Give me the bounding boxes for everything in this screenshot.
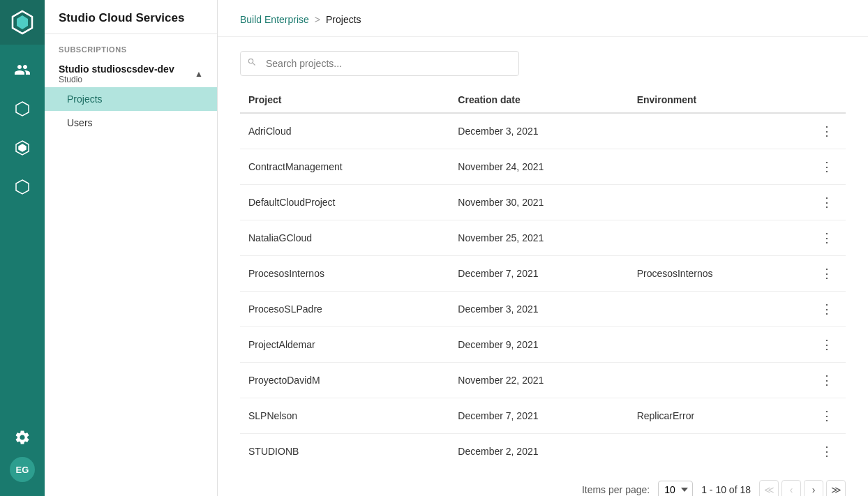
- table-row: STUDIONB December 2, 2021 ⋮: [240, 434, 846, 469]
- next-page-button[interactable]: ›: [804, 480, 823, 496]
- main-content: Build Enterprise > Projects Project Crea…: [218, 0, 868, 496]
- sidebar-item-projects[interactable]: Projects: [45, 87, 217, 111]
- subscription-info: Studio studioscsdev-dev Studio: [59, 63, 174, 84]
- cell-date: November 25, 2021: [449, 220, 628, 256]
- cell-env: ProcesosInternos: [629, 256, 808, 292]
- table-row: ProcesoSLPadre December 3, 2021 ⋮: [240, 292, 846, 327]
- svg-marker-6: [16, 180, 29, 194]
- cell-actions: ⋮: [808, 256, 846, 292]
- cell-actions: ⋮: [808, 327, 846, 363]
- subscription-name: Studio studioscsdev-dev: [59, 63, 174, 75]
- items-per-page-select[interactable]: 10 25 50: [658, 481, 693, 496]
- settings-icon: [14, 429, 31, 446]
- icon-nav-items: [0, 45, 45, 418]
- cell-project: SLPNelson: [240, 398, 449, 434]
- content-area: Project Creation date Environment AdriCl…: [218, 37, 868, 496]
- cell-date: December 3, 2021: [449, 292, 628, 327]
- pagination-range: 1 - 10 of 18: [701, 484, 751, 495]
- hexagon1-icon: [14, 100, 31, 117]
- col-header-env: Environment: [629, 87, 808, 113]
- cell-env: [629, 363, 808, 398]
- cell-date: December 3, 2021: [449, 113, 628, 149]
- breadcrumb-parent[interactable]: Build Enterprise: [240, 14, 309, 25]
- cell-env: [629, 292, 808, 327]
- table-row: ProyectoDavidM November 22, 2021 ⋮: [240, 363, 846, 398]
- hexagon2-btn[interactable]: [0, 128, 45, 167]
- nav-menu: Projects Users: [45, 87, 217, 135]
- cell-date: December 7, 2021: [449, 256, 628, 292]
- cell-env: [629, 434, 808, 469]
- cell-actions: ⋮: [808, 363, 846, 398]
- cell-env: [629, 327, 808, 363]
- app-title: Studio Cloud Services: [45, 0, 217, 34]
- row-more-button[interactable]: ⋮: [816, 230, 837, 246]
- cell-actions: ⋮: [808, 185, 846, 220]
- cell-actions: ⋮: [808, 292, 846, 327]
- cell-actions: ⋮: [808, 113, 846, 149]
- prev-page-button[interactable]: ‹: [781, 480, 801, 496]
- hexagon3-btn[interactable]: [0, 167, 45, 206]
- cell-actions: ⋮: [808, 220, 846, 256]
- cell-actions: ⋮: [808, 434, 846, 469]
- table-row: ProjectAldemar December 9, 2021 ⋮: [240, 327, 846, 363]
- breadcrumb-separator: >: [315, 14, 320, 25]
- cell-project: DefaultCloudProject: [240, 185, 449, 220]
- settings-btn[interactable]: [0, 418, 45, 457]
- row-more-button[interactable]: ⋮: [816, 159, 837, 174]
- cell-env: ReplicarError: [629, 398, 808, 434]
- cell-project: ProyectoDavidM: [240, 363, 449, 398]
- table-row: ProcesosInternos December 7, 2021 Proces…: [240, 256, 846, 292]
- people-icon-btn[interactable]: [0, 50, 45, 89]
- col-header-date: Creation date: [449, 87, 628, 113]
- cell-project: ProjectAldemar: [240, 327, 449, 363]
- items-per-page-label: Items per page:: [582, 484, 650, 495]
- icon-sidebar: EG: [0, 0, 45, 496]
- row-more-button[interactable]: ⋮: [816, 123, 837, 139]
- cell-project: STUDIONB: [240, 434, 449, 469]
- col-header-actions: [808, 87, 846, 113]
- nav-sidebar: Studio Cloud Services SUBSCRIPTIONS Stud…: [45, 0, 218, 496]
- cell-date: December 2, 2021: [449, 434, 628, 469]
- app-logo[interactable]: [0, 0, 45, 45]
- chevron-up-icon: ▲: [195, 69, 203, 79]
- row-more-button[interactable]: ⋮: [816, 337, 837, 352]
- icon-sidebar-bottom: EG: [0, 418, 45, 496]
- cell-date: December 9, 2021: [449, 327, 628, 363]
- hexagon1-btn[interactable]: [0, 89, 45, 128]
- svg-marker-3: [16, 102, 29, 116]
- search-icon: [247, 57, 257, 70]
- row-more-button[interactable]: ⋮: [816, 408, 837, 423]
- row-more-button[interactable]: ⋮: [816, 373, 837, 388]
- hexagon3-icon: [14, 179, 31, 195]
- table-row: ContractManagement November 24, 2021 ⋮: [240, 149, 846, 185]
- col-header-project: Project: [240, 87, 449, 113]
- projects-table: Project Creation date Environment AdriCl…: [240, 87, 846, 469]
- breadcrumb: Build Enterprise > Projects: [218, 0, 868, 37]
- cell-project: ContractManagement: [240, 149, 449, 185]
- cell-date: December 7, 2021: [449, 398, 628, 434]
- subscriptions-label: SUBSCRIPTIONS: [45, 34, 217, 58]
- user-avatar[interactable]: EG: [10, 457, 35, 482]
- search-input[interactable]: [240, 51, 519, 76]
- cell-date: November 24, 2021: [449, 149, 628, 185]
- last-page-button[interactable]: ≫: [826, 480, 846, 496]
- people-icon: [14, 61, 31, 78]
- cell-project: AdriCloud: [240, 113, 449, 149]
- svg-marker-1: [17, 15, 28, 29]
- row-more-button[interactable]: ⋮: [816, 266, 837, 281]
- cell-env: [629, 149, 808, 185]
- pagination-nav: ≪ ‹ › ≫: [759, 480, 846, 496]
- sidebar-item-users[interactable]: Users: [45, 111, 217, 135]
- subscription-item[interactable]: Studio studioscsdev-dev Studio ▲: [45, 58, 217, 87]
- search-bar: [240, 51, 519, 76]
- first-page-button[interactable]: ≪: [759, 480, 779, 496]
- cell-env: [629, 185, 808, 220]
- cell-actions: ⋮: [808, 398, 846, 434]
- row-more-button[interactable]: ⋮: [816, 444, 837, 459]
- row-more-button[interactable]: ⋮: [816, 301, 837, 317]
- cell-project: NataliaGCloud: [240, 220, 449, 256]
- table-row: AdriCloud December 3, 2021 ⋮: [240, 113, 846, 149]
- row-more-button[interactable]: ⋮: [816, 195, 837, 210]
- svg-marker-5: [19, 144, 26, 151]
- cell-env: [629, 113, 808, 149]
